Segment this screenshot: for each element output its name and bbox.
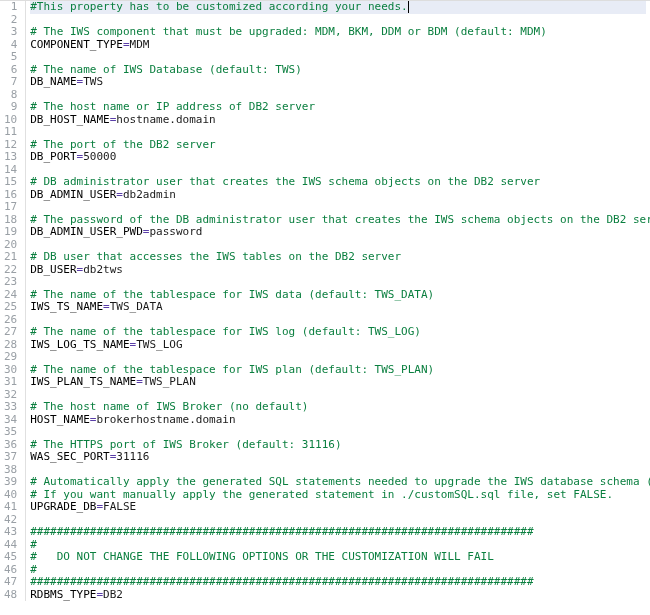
comment-text: #: [30, 538, 37, 551]
property-value: password: [149, 225, 202, 238]
comment-text: # The name of IWS Database (default: TWS…: [30, 63, 302, 76]
property-value: 31116: [116, 450, 149, 463]
equals-sign: =: [103, 300, 110, 313]
property-key: DB_HOST_NAME: [30, 113, 109, 126]
comment-text: # If you want manually apply the generat…: [30, 488, 613, 501]
line-number: 9: [4, 101, 17, 114]
code-line: IWS_TS_NAME=TWS_DATA: [30, 301, 646, 314]
code-line: DB_PORT=50000: [30, 151, 646, 164]
line-number: 17: [4, 201, 17, 214]
property-value: TWS_DATA: [110, 300, 163, 313]
comment-text: ########################################…: [30, 525, 533, 538]
code-line: DB_NAME=TWS: [30, 76, 646, 89]
code-line: RDBMS_TYPE=DB2: [30, 589, 646, 602]
line-number: 23: [4, 276, 17, 289]
comment-text: # DB administrator user that creates the…: [30, 175, 540, 188]
code-line: IWS_LOG_TS_NAME=TWS_LOG: [30, 339, 646, 352]
property-key: IWS_TS_NAME: [30, 300, 103, 313]
line-number: 27: [4, 326, 17, 339]
line-number: 33: [4, 401, 17, 414]
line-number: 25: [4, 301, 17, 314]
property-value: TWS: [83, 75, 103, 88]
line-number: 15: [4, 176, 17, 189]
line-number: 13: [4, 151, 17, 164]
property-value: TWS_PLAN: [143, 375, 196, 388]
comment-text: #: [30, 563, 37, 576]
property-value: brokerhostname.domain: [96, 413, 235, 426]
code-line: WAS_SEC_PORT=31116: [30, 451, 646, 464]
code-line: #This property has to be customized acco…: [30, 1, 646, 14]
property-value: TWS_LOG: [136, 338, 182, 351]
code-editor: 1234567891011121314151617181920212223242…: [0, 0, 650, 601]
property-value: FALSE: [103, 500, 136, 513]
code-line: DB_ADMIN_USER=db2admin: [30, 189, 646, 202]
code-line: # The port of the DB2 server: [30, 139, 646, 152]
property-key: IWS_PLAN_TS_NAME: [30, 375, 136, 388]
property-key: DB_PORT: [30, 150, 76, 163]
line-number: 31: [4, 376, 17, 389]
code-line: HOST_NAME=brokerhostname.domain: [30, 414, 646, 427]
comment-text: #This property has to be customized acco…: [30, 1, 408, 13]
code-line: ########################################…: [30, 526, 646, 539]
property-value: 50000: [83, 150, 116, 163]
comment-text: # The host name or IP address of DB2 ser…: [30, 100, 315, 113]
line-number: 1: [4, 1, 17, 14]
comment-text: # The port of the DB2 server: [30, 138, 215, 151]
comment-text: # The HTTPS port of IWS Broker (default:…: [30, 438, 341, 451]
property-key: WAS_SEC_PORT: [30, 450, 109, 463]
code-line: DB_USER=db2tws: [30, 264, 646, 277]
comment-text: # Automatically apply the generated SQL …: [30, 475, 650, 488]
equals-sign: =: [123, 38, 130, 51]
line-number: 48: [4, 589, 17, 602]
line-number: 11: [4, 126, 17, 139]
property-value: DB2: [103, 588, 123, 601]
property-value: MDM: [130, 38, 150, 51]
line-number: 35: [4, 426, 17, 439]
text-cursor: [408, 1, 409, 13]
property-value: hostname.domain: [116, 113, 215, 126]
property-key: UPGRADE_DB: [30, 500, 96, 513]
property-key: HOST_NAME: [30, 413, 90, 426]
code-line: UPGRADE_DB=FALSE: [30, 501, 646, 514]
comment-text: # The IWS component that must be upgrade…: [30, 25, 547, 38]
property-key: DB_ADMIN_USER_PWD: [30, 225, 143, 238]
comment-text: # The password of the DB administrator u…: [30, 213, 650, 226]
line-number: 29: [4, 351, 17, 364]
comment-text: # The name of the tablespace for IWS dat…: [30, 288, 434, 301]
property-key: COMPONENT_TYPE: [30, 38, 123, 51]
line-number: 5: [4, 51, 17, 64]
comment-text: # DB user that accesses the IWS tables o…: [30, 250, 401, 263]
property-key: DB_USER: [30, 263, 76, 276]
comment-text: ########################################…: [30, 575, 533, 588]
line-number: 47: [4, 576, 17, 589]
code-line: # The name of IWS Database (default: TWS…: [30, 64, 646, 77]
property-key: IWS_LOG_TS_NAME: [30, 338, 129, 351]
line-number: 19: [4, 226, 17, 239]
property-key: RDBMS_TYPE: [30, 588, 96, 601]
property-key: DB_ADMIN_USER: [30, 188, 116, 201]
property-value: db2admin: [123, 188, 176, 201]
code-line: IWS_PLAN_TS_NAME=TWS_PLAN: [30, 376, 646, 389]
code-line: DB_HOST_NAME=hostname.domain: [30, 114, 646, 127]
equals-sign: =: [116, 188, 123, 201]
line-number-gutter: 1234567891011121314151617181920212223242…: [0, 1, 26, 601]
code-area[interactable]: #This property has to be customized acco…: [26, 1, 650, 601]
comment-text: # The host name of IWS Broker (no defaul…: [30, 400, 308, 413]
line-number: 45: [4, 551, 17, 564]
code-line: COMPONENT_TYPE=MDM: [30, 39, 646, 52]
comment-text: # The name of the tablespace for IWS pla…: [30, 363, 434, 376]
comment-text: # The name of the tablespace for IWS log…: [30, 325, 421, 338]
line-number: 39: [4, 476, 17, 489]
line-number: 7: [4, 76, 17, 89]
code-line: # DO NOT CHANGE THE FOLLOWING OPTIONS OR…: [30, 551, 646, 564]
code-line: DB_ADMIN_USER_PWD=password: [30, 226, 646, 239]
equals-sign: =: [136, 375, 143, 388]
property-key: DB_NAME: [30, 75, 76, 88]
line-number: 43: [4, 526, 17, 539]
line-number: 3: [4, 26, 17, 39]
property-value: db2tws: [83, 263, 123, 276]
line-number: 37: [4, 451, 17, 464]
line-number: 21: [4, 251, 17, 264]
line-number: 41: [4, 501, 17, 514]
comment-text: # DO NOT CHANGE THE FOLLOWING OPTIONS OR…: [30, 550, 494, 563]
